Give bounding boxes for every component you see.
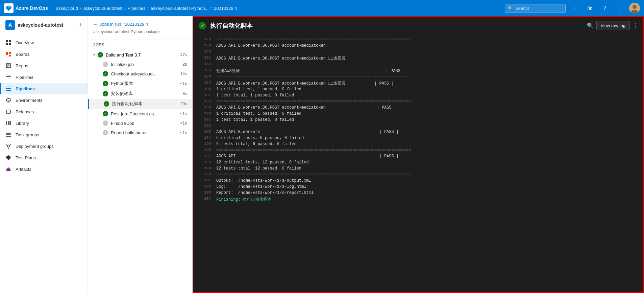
log-line-number: 196	[199, 148, 211, 152]
log-line-text: 1 test total, 1 passed, 0 failed	[216, 117, 294, 122]
job-group-build-test: ▾ ✓ Build and Test 3.7 47s ○ Initialize …	[88, 50, 192, 137]
sidebar-item-repos[interactable]: Repos	[0, 60, 88, 71]
artifacts-icon	[5, 166, 11, 172]
shop-icon[interactable]: 🛍	[585, 3, 595, 14]
jobs-panel: ← Jobs in run #20210129.4 askeycloud-aut…	[88, 16, 193, 293]
task-groups-icon	[5, 132, 11, 138]
log-line: 201 Output: /home/vsts/work/1/s/output.x…	[193, 178, 643, 184]
log-header: ✓ 执行自动化脚本 🔍 View raw log ⋮	[193, 17, 643, 34]
log-line: 189 ADCS API.B.workers.B6.POST account-m…	[193, 105, 643, 111]
svg-rect-22	[6, 169, 10, 171]
job-status-icon: ○	[103, 130, 108, 135]
releases-icon	[5, 109, 11, 115]
sidebar-item-label-releases: Releases	[16, 109, 34, 114]
jobs-panel-title: Jobs in run #20210129.4	[100, 22, 148, 27]
svg-point-19	[6, 144, 7, 145]
log-line: 192 ====================================…	[193, 123, 643, 129]
sidebar-item-library[interactable]: Library	[0, 117, 88, 129]
sidebar-item-deployment-groups[interactable]: Deployment groups	[0, 140, 88, 152]
sidebar-item-overview[interactable]: Overview	[0, 37, 88, 48]
sidebar-item-label-repos: Repos	[16, 63, 28, 68]
log-line-text: ========================================…	[216, 99, 411, 104]
org-icon: A	[5, 20, 15, 30]
log-line-number: 193	[199, 130, 211, 134]
log-line-text: ADCS API.B.workers.B6.POST account-media…	[216, 55, 345, 61]
svg-rect-16	[6, 134, 11, 135]
sidebar-item-test-plans[interactable]: Test Plans	[0, 152, 88, 163]
log-line-number: 191	[199, 117, 211, 121]
add-project-button[interactable]: +	[78, 22, 82, 29]
sidebar: A askeycloud-autotest + Overview Boards	[0, 16, 88, 293]
job-status-icon: ✓	[103, 91, 108, 96]
log-line: 199 12 tests total, 12 passed, 0 failed	[193, 166, 643, 172]
log-line: 186 1 critical test, 1 passed, 0 failed	[193, 87, 643, 93]
svg-rect-14	[9, 121, 11, 125]
sidebar-item-pipelines[interactable]: Pipelines	[0, 83, 88, 94]
breadcrumb-org[interactable]: askeycloud	[56, 6, 78, 11]
job-item-duration: 20s	[180, 102, 187, 106]
log-search-icon[interactable]: 🔍	[587, 22, 594, 29]
job-item[interactable]: ○ Report build status <1s	[88, 128, 192, 137]
breadcrumb-pipeline-name[interactable]: askeycloud-autotest-Python...	[151, 6, 208, 11]
sidebar-header: A askeycloud-autotest +	[0, 16, 88, 34]
content-area: ← Jobs in run #20210129.4 askeycloud-aut…	[88, 16, 644, 293]
job-item[interactable]: ✓ 安装依赖库 8s	[88, 89, 192, 99]
log-line-text: ----------------------------------------…	[216, 74, 411, 79]
breadcrumb-pipelines[interactable]: Pipelines	[128, 6, 146, 11]
job-group-header[interactable]: ▾ ✓ Build and Test 3.7 47s	[88, 50, 192, 60]
job-item-name: 执行自动化脚本	[112, 101, 143, 107]
sidebar-item-releases[interactable]: Releases	[0, 106, 88, 117]
job-item[interactable]: ✓ 执行自动化脚本 20s	[88, 99, 192, 109]
job-item[interactable]: ✓ Post-job: Checkout as... <1s	[88, 109, 192, 118]
list-icon[interactable]: ≡	[570, 3, 580, 14]
test-plans-icon	[5, 155, 11, 161]
log-line-text: ----------------------------------------…	[216, 62, 411, 67]
avatar[interactable]	[629, 3, 640, 14]
sidebar-item-task-groups[interactable]: Task groups	[0, 129, 88, 140]
sidebar-item-environments[interactable]: Environments	[0, 94, 88, 106]
view-raw-button[interactable]: View raw log	[596, 21, 630, 30]
search-input[interactable]	[515, 6, 563, 11]
job-item[interactable]: ✓ Python版本 <1s	[88, 78, 192, 89]
back-button[interactable]: ← Jobs in run #20210129.4	[93, 22, 187, 27]
log-line-number: 195	[199, 142, 211, 146]
log-line-text: Output: /home/vsts/work/1/s/output.xml	[216, 178, 311, 183]
job-status-icon: ✓	[103, 111, 108, 116]
app-logo[interactable]: Azure DevOps	[4, 3, 48, 13]
logo-icon	[4, 3, 14, 13]
job-item-duration: 2s	[182, 62, 187, 67]
user-icon[interactable]: 👤	[614, 3, 625, 14]
log-line-number: 198	[199, 160, 211, 164]
sidebar-item-label-deployment-groups: Deployment groups	[16, 144, 54, 149]
help-icon[interactable]: ?	[599, 3, 610, 14]
svg-rect-7	[6, 52, 8, 55]
log-line-text: Log: /home/vsts/work/1/s/log.html	[216, 184, 306, 189]
search-box[interactable]: 🔍	[505, 4, 566, 13]
job-item-duration: <1s	[180, 111, 187, 116]
job-status-icon: ✓	[103, 71, 108, 76]
job-item[interactable]: ✓ Checkout askeycloud-... 14s	[88, 69, 192, 78]
log-line: 198 12 critical tests, 12 passed, 0 fail…	[193, 160, 643, 166]
log-more-options-icon[interactable]: ⋮	[633, 22, 638, 29]
breadcrumb-project[interactable]: askeycloud-autotest	[83, 6, 122, 11]
job-item-duration: 8s	[182, 91, 187, 96]
job-item[interactable]: ○ Initialize job 2s	[88, 60, 192, 69]
log-line: 184 ------------------------------------…	[193, 74, 643, 80]
svg-rect-6	[9, 43, 11, 45]
sidebar-item-artifacts[interactable]: Artifacts	[0, 163, 88, 175]
job-item-name: Post-job: Checkout as...	[111, 111, 157, 116]
job-item-duration: <1s	[180, 130, 187, 135]
sidebar-item-label-library: Library	[16, 121, 29, 126]
log-line-text: 12 critical tests, 12 passed, 0 failed	[216, 160, 309, 165]
sidebar-item-boards[interactable]: Boards	[0, 48, 88, 60]
log-line: 200 ====================================…	[193, 172, 643, 178]
breadcrumb-run[interactable]: 20210129.4	[214, 6, 237, 11]
sidebar-item-label-environments: Environments	[16, 98, 42, 103]
job-item[interactable]: ○ Finalize Job <1s	[88, 118, 192, 128]
log-line-number: 185	[199, 81, 211, 85]
log-line-text: ADCS API.B.workers.B6.POST account-media…	[216, 81, 394, 86]
log-line: 196 ====================================…	[193, 148, 643, 154]
jobs-panel-subtitle: askeycloud-autotest-Python package	[93, 29, 187, 34]
sidebar-item-pipelines-nav[interactable]: Pipelines	[0, 71, 88, 83]
log-line-text: 1 critical test, 1 passed, 0 failed	[216, 87, 301, 92]
